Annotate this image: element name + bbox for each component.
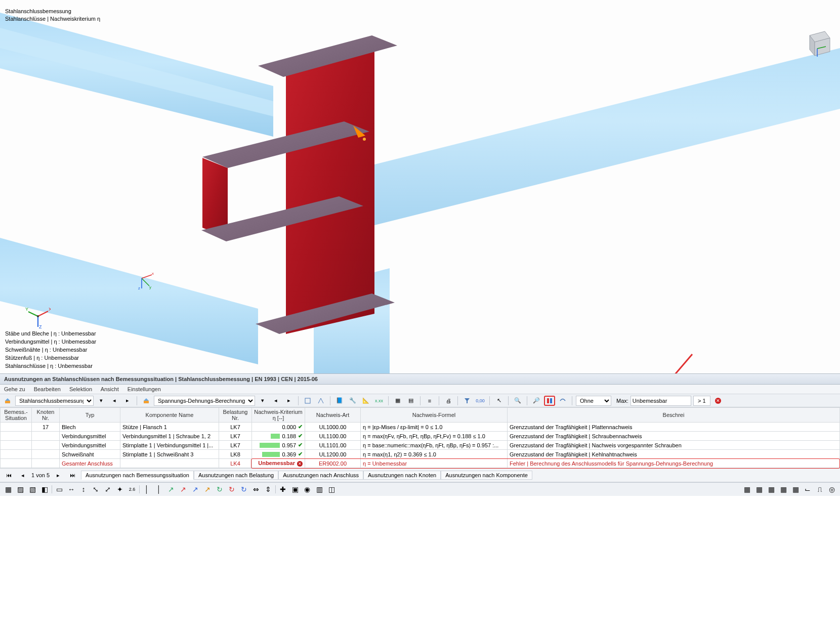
col-formula: Nachweis-Formel xyxy=(361,408,508,423)
table-row[interactable]: 17BlechStütze | Flansch 1LK70.000 ✔UL100… xyxy=(1,423,840,432)
col-name[interactable]: Komponente Name xyxy=(120,408,219,423)
tool-icon[interactable]: ⇕ xyxy=(263,485,273,494)
panel-title: Ausnutzungen an Stahlanschlüssen nach Be… xyxy=(0,373,840,385)
tool-icon[interactable]: ◎ xyxy=(827,485,837,494)
status-line: Stäbe und Bleche | η : Unbemessbar xyxy=(5,330,96,338)
tool-icon[interactable]: x.xx xyxy=(373,396,385,406)
tool-icon[interactable]: ↗ xyxy=(166,485,176,494)
tool-icon[interactable]: ↗ xyxy=(178,485,188,494)
pager-pos: 1 von 5 xyxy=(31,472,50,478)
tool-icon[interactable]: ⤢ xyxy=(103,485,113,494)
tool-icon[interactable]: ▤ xyxy=(405,396,416,406)
combo-design[interactable]: Stahlanschlussbemessung xyxy=(15,396,94,406)
next-icon[interactable]: ▸ xyxy=(283,396,295,406)
tool-icon[interactable]: ▭ xyxy=(54,485,64,494)
filter-combo[interactable]: Ohne xyxy=(576,396,611,406)
tool-icon[interactable] xyxy=(557,396,568,406)
tool-icon[interactable]: ✚ xyxy=(278,485,288,494)
tool-icon[interactable]: 🔧 xyxy=(347,396,358,406)
menu-goto[interactable]: Gehe zu xyxy=(4,386,25,392)
tool-icon[interactable]: ↻ xyxy=(215,485,225,494)
tool-icon[interactable]: ◧ xyxy=(39,485,50,494)
results-tab[interactable]: Ausnutzungen nach Belastung xyxy=(194,471,278,480)
tool-icon[interactable]: ↻ xyxy=(239,485,249,494)
results-tab[interactable]: Ausnutzungen nach Anschluss xyxy=(278,471,363,480)
error-icon[interactable]: ✕ xyxy=(712,396,724,406)
max-threshold[interactable] xyxy=(693,396,710,406)
prev-icon[interactable]: ◂ xyxy=(270,396,281,406)
cursor-icon[interactable]: ↖ xyxy=(493,396,505,406)
tool-icon[interactable]: ▣ xyxy=(290,485,300,494)
tool-icon[interactable]: ▦ xyxy=(392,396,403,406)
tool-icon[interactable]: ↕ xyxy=(78,485,89,494)
prev-icon[interactable]: ◂ xyxy=(109,396,120,406)
tool-icon[interactable]: ▦ xyxy=(754,485,764,494)
tool-icon[interactable]: │ xyxy=(154,485,164,494)
first-icon[interactable]: ⏮ xyxy=(3,470,14,480)
prev-icon[interactable]: ◂ xyxy=(17,470,28,480)
filter-icon[interactable] xyxy=(461,396,473,406)
3d-viewport[interactable]: Stahlanschlussbemessung Stahlanschlüsse … xyxy=(0,0,840,373)
svg-line-15 xyxy=(28,312,38,316)
tool-icon[interactable]: ▦ xyxy=(778,485,788,494)
results-tab[interactable]: Ausnutzungen nach Komponente xyxy=(441,471,532,480)
tool-icon[interactable]: ▦ xyxy=(790,485,801,494)
table-row[interactable]: Gesamter AnschlussLK4Unbemessbar✕ER9002.… xyxy=(1,459,840,468)
tool-icon[interactable]: 📘 xyxy=(334,396,345,406)
svg-point-19 xyxy=(37,315,39,317)
tool-icon[interactable]: ▦ xyxy=(3,485,13,494)
menu-settings[interactable]: Einstellungen xyxy=(128,386,161,392)
col-type[interactable]: Typ xyxy=(60,408,120,423)
tool-icon[interactable]: ⌙ xyxy=(803,485,813,494)
table-row[interactable]: VerbindungsmittelVerbindungsmittel 1 | S… xyxy=(1,432,840,441)
menu-view[interactable]: Ansicht xyxy=(101,386,119,392)
tool-icon[interactable]: ✦ xyxy=(115,485,125,494)
pager: ⏮ ◂ 1 von 5 ▸ ⏭ Ausnutzungen nach Bemess… xyxy=(0,468,840,482)
tool-icon[interactable]: ⤡ xyxy=(91,485,101,494)
tool-icon[interactable]: ≡ xyxy=(424,396,435,406)
tool-icon[interactable]: ↔ xyxy=(66,485,76,494)
tool-icon[interactable]: ⇔ xyxy=(251,485,261,494)
tool-icon[interactable]: ▥ xyxy=(314,485,324,494)
tool-icon[interactable]: ▦ xyxy=(766,485,776,494)
tool-icon[interactable]: 📐 xyxy=(360,396,371,406)
analysis-icon[interactable] xyxy=(141,396,152,406)
tool-icon[interactable]: ◉ xyxy=(302,485,312,494)
design-icon[interactable] xyxy=(2,396,13,406)
tool-icon[interactable] xyxy=(302,396,313,406)
tool-icon[interactable]: 2.6 xyxy=(127,485,137,494)
last-icon[interactable]: ⏭ xyxy=(67,470,78,480)
svg-rect-33 xyxy=(144,401,149,403)
tool-icon[interactable]: │ xyxy=(142,485,152,494)
next-icon[interactable]: ▸ xyxy=(53,470,64,480)
combo-analysis[interactable]: Spannungs-Dehnungs-Berechnung xyxy=(154,396,255,406)
col-art: Nachweis-Art xyxy=(305,408,361,423)
stress-strain-icon[interactable] xyxy=(544,396,555,406)
results-tab[interactable]: Ausnutzungen nach Knoten xyxy=(363,471,441,480)
tool-icon[interactable]: ↗ xyxy=(202,485,213,494)
search-icon[interactable]: 🔍 xyxy=(512,396,523,406)
tool-icon[interactable]: ◫ xyxy=(326,485,337,494)
tool-icon[interactable]: ▦ xyxy=(742,485,752,494)
print-icon[interactable]: 🖨 xyxy=(443,396,454,406)
tool-icon[interactable]: ⎍ xyxy=(815,485,825,494)
tool-icon[interactable]: ↗ xyxy=(190,485,200,494)
table-row[interactable]: VerbindungsmittelStirnplatte 1 | Verbind… xyxy=(1,441,840,450)
tool-icon[interactable]: ↻ xyxy=(227,485,237,494)
svg-text:X: X xyxy=(49,307,51,312)
tool-icon[interactable]: ▧ xyxy=(27,485,37,494)
menu-edit[interactable]: Bearbeiten xyxy=(34,386,61,392)
tool-icon[interactable] xyxy=(315,396,326,406)
chevron-down-icon[interactable]: ▾ xyxy=(257,396,268,406)
nav-cube[interactable] xyxy=(800,25,835,61)
next-icon[interactable]: ▸ xyxy=(122,396,133,406)
chevron-down-icon[interactable]: ▾ xyxy=(96,396,107,406)
zoom-icon[interactable]: 🔎 xyxy=(531,396,542,406)
tool-icon[interactable]: 0,00 xyxy=(475,396,486,406)
axis-indicator: X Y Z xyxy=(25,304,51,329)
menu-selection[interactable]: Selektion xyxy=(69,386,92,392)
tool-icon[interactable]: ▨ xyxy=(15,485,25,494)
max-value[interactable] xyxy=(631,396,691,406)
results-tab[interactable]: Ausnutzungen nach Bemessungssituation xyxy=(81,471,194,480)
table-row[interactable]: SchweißnahtStirnplatte 1 | Schweißnaht 3… xyxy=(1,450,840,459)
